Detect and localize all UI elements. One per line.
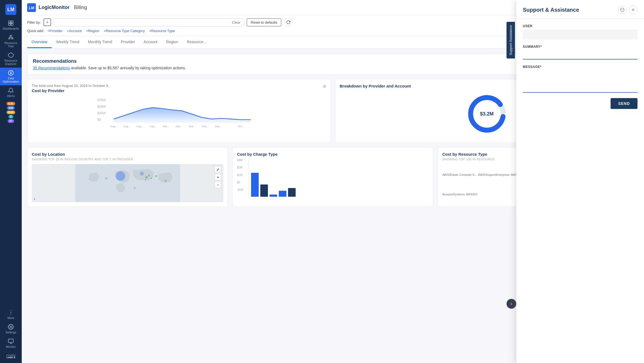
- sidebar: LM Dashboards Resource Tree Resource Exp…: [0, 0, 22, 363]
- svg-point-52: [155, 175, 157, 177]
- support-minimize-button[interactable]: [618, 5, 627, 14]
- sidebar-item-cost-optimization[interactable]: Cost Optimization: [0, 68, 22, 85]
- support-header: Support & Assistance: [516, 0, 644, 19]
- support-tab-vertical[interactable]: Support Assistance: [507, 22, 515, 58]
- summary-input[interactable]: [523, 50, 637, 60]
- support-body: USER SUMMARY* MESSAGE* SEND: [516, 19, 644, 363]
- cost-by-location-title: Cost by Location: [32, 152, 223, 157]
- message-textarea[interactable]: [523, 70, 637, 93]
- recommendations-description: available. Save up to $5,587 annually by…: [71, 66, 186, 70]
- svg-rect-4: [9, 23, 11, 25]
- message-form-group: MESSAGE*: [523, 65, 637, 93]
- badge-cyan[interactable]: 0: [8, 115, 13, 118]
- page-title: Billing: [74, 5, 87, 10]
- card-dot-indicator: [323, 85, 326, 88]
- tab-account[interactable]: Account: [139, 36, 162, 48]
- filter-clear-button[interactable]: Clear: [232, 20, 240, 24]
- cost-by-location-subtitle: SHOWING TOP 26 IN REGION COUNTRY AND TOP…: [32, 158, 223, 161]
- sidebar-item-more[interactable]: More: [4, 307, 17, 322]
- badge-blue[interactable]: 628: [7, 106, 15, 110]
- badge-purple[interactable]: 27: [8, 119, 14, 123]
- svg-text:Aug...: Aug...: [123, 125, 130, 128]
- charge-type-y-axis: $3M $2M $1M $0 -$1M: [237, 159, 246, 197]
- svg-point-48: [145, 176, 148, 179]
- map-zoom-out-button[interactable]: −: [215, 182, 221, 188]
- next-arrow-button[interactable]: ›: [507, 299, 516, 309]
- donut-total-label: $3.2M: [480, 111, 493, 117]
- svg-rect-8: [12, 38, 13, 39]
- send-button[interactable]: SEND: [611, 98, 637, 109]
- cost-by-charge-type-title: Cost by Charge Type: [237, 152, 429, 157]
- quick-add-provider[interactable]: +Provider: [46, 28, 64, 33]
- tab-weekly-trend[interactable]: Weekly Trend: [52, 36, 83, 48]
- bar-1: [251, 173, 259, 197]
- charge-type-bars: [249, 159, 429, 197]
- support-close-button[interactable]: [629, 5, 637, 14]
- bar-2: [260, 184, 268, 197]
- badge-orange[interactable]: 6.8k: [7, 102, 15, 105]
- filter-actions: Reset to defaults: [247, 18, 293, 27]
- svg-rect-5: [11, 23, 13, 25]
- sidebar-item-resource-explorer[interactable]: Resource Explorer: [0, 50, 22, 68]
- word-aws-ec2-title: AWS/Elastic Compute S...: [442, 173, 477, 177]
- tab-overview[interactable]: Overview: [27, 36, 52, 48]
- quick-add-resource-type[interactable]: +Resource Type: [148, 28, 176, 33]
- svg-text:$750K: $750K: [98, 98, 106, 102]
- sidebar-item-monitor[interactable]: Monitor: [4, 336, 17, 351]
- y-label-neg1m: -$1M: [237, 188, 246, 191]
- svg-point-19: [11, 312, 11, 313]
- svg-text:Aug...: Aug...: [149, 125, 156, 128]
- map-controls: ⤢ + −: [215, 166, 221, 188]
- tab-resource[interactable]: Resource...: [183, 36, 211, 48]
- svg-text:Logic Monitor: Logic Monitor: [7, 356, 15, 358]
- svg-rect-22: [8, 339, 13, 343]
- bar-4: [279, 191, 286, 197]
- svg-point-54: [164, 180, 167, 182]
- cost-by-provider-card: The total cost from August 10, 2024 to O…: [27, 79, 331, 143]
- refresh-button[interactable]: [284, 18, 293, 27]
- svg-point-55: [134, 187, 136, 189]
- svg-point-47: [140, 172, 144, 176]
- cost-by-location-card: Cost by Location SHOWING TOP 26 IN REGIO…: [27, 147, 228, 207]
- sidebar-item-dashboards-label: Dashboards: [3, 27, 19, 30]
- map-zoom-in-button[interactable]: +: [215, 174, 221, 180]
- svg-point-49: [148, 175, 150, 177]
- reset-defaults-button[interactable]: Reset to defaults: [247, 18, 282, 26]
- quick-add-resource-type-category[interactable]: +Resource Type Category: [103, 28, 146, 33]
- quick-add-region[interactable]: +Region: [85, 28, 101, 33]
- tab-monthly-trend[interactable]: Monthly Trend: [84, 36, 117, 48]
- quick-add-label: Quick add:: [27, 29, 44, 33]
- svg-text:Sep...: Sep...: [215, 125, 221, 128]
- svg-text:$500K: $500K: [98, 105, 106, 108]
- svg-text:Oct...: Oct...: [238, 125, 244, 128]
- y-label-2m: $2M: [237, 166, 246, 169]
- tab-region[interactable]: Region: [162, 36, 182, 48]
- svg-text:Sep...: Sep...: [162, 125, 169, 128]
- sidebar-more-label: More: [7, 316, 14, 320]
- world-map-svg: [32, 164, 223, 202]
- filter-input-area[interactable]: Clear: [54, 18, 244, 26]
- user-form-group: USER: [523, 24, 637, 39]
- sidebar-monitor-label: Monitor: [6, 345, 16, 348]
- svg-rect-45: [75, 164, 180, 202]
- map-expand-button[interactable]: ⤢: [215, 166, 221, 173]
- sidebar-item-resource-tree-label: Resource Tree: [1, 41, 21, 48]
- sidebar-item-cost-label: Cost Optimization: [1, 77, 21, 83]
- badge-yellow[interactable]: 8.6k: [7, 111, 15, 114]
- total-cost-text: The total cost from August 10, 2024 to O…: [32, 84, 109, 88]
- svg-text:Aug...: Aug...: [136, 125, 143, 128]
- area-chart-svg: $750K $500K $250K $0: [32, 96, 326, 129]
- quick-add-account[interactable]: +Account: [66, 28, 83, 33]
- support-panel-title: Support & Assistance: [523, 7, 579, 13]
- svg-text:LM: LM: [7, 7, 14, 12]
- sidebar-item-dashboards[interactable]: Dashboards: [0, 18, 22, 32]
- add-filter-button[interactable]: +: [43, 18, 51, 26]
- sidebar-item-settings[interactable]: Settings: [4, 322, 17, 336]
- y-label-3m: $3M: [237, 159, 246, 162]
- tab-provider[interactable]: Provider: [116, 36, 139, 48]
- sidebar-item-alerts[interactable]: Alerts: [0, 85, 22, 100]
- svg-text:Aug...: Aug...: [110, 125, 117, 128]
- message-label: MESSAGE*: [523, 65, 637, 69]
- recommendations-link[interactable]: 35 Recommendations: [33, 66, 70, 70]
- sidebar-item-resource-tree[interactable]: Resource Tree: [0, 32, 22, 50]
